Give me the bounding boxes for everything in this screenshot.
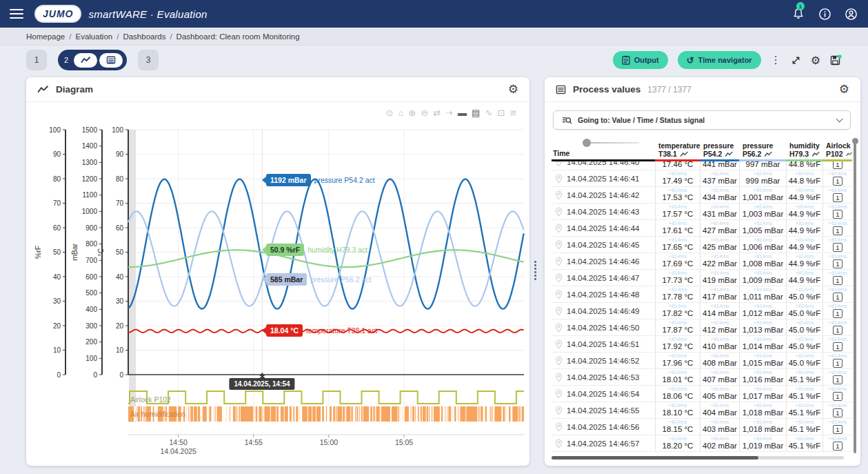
- svg-text:Airlock P102: Airlock P102: [130, 395, 171, 404]
- breadcrumb-separator: /: [69, 32, 71, 41]
- table-row[interactable]: 14.04.2025 14:46:43+814ms17.57 °C+814ms4…: [552, 204, 852, 220]
- zoom-in-icon[interactable]: ⊕: [408, 108, 416, 118]
- chart-canvas[interactable]: 0102030405060708090100%rF010020030040050…: [26, 102, 529, 466]
- select-icon[interactable]: ⇢: [445, 108, 453, 118]
- history-clock-icon: ↺: [687, 55, 694, 66]
- pan-icon[interactable]: ⇄: [433, 108, 441, 118]
- app-title: smartWARE · Evaluation: [88, 8, 207, 20]
- column-header-h79.3[interactable]: humidityH79.3: [786, 141, 822, 161]
- pin-icon: [554, 289, 564, 300]
- table-row[interactable]: 14.04.2025 14:46:52+814ms17.96 °C+814ms4…: [552, 353, 852, 369]
- table-row[interactable]: 14.04.2025 14:46:57+814ms18.20 °C+814ms4…: [552, 435, 852, 452]
- output-button[interactable]: Output: [613, 51, 668, 69]
- chevron-down-icon: [836, 116, 843, 123]
- pin-icon: [554, 372, 564, 383]
- column-header-time[interactable]: Time: [552, 139, 655, 161]
- vertical-scrollbar[interactable]: [854, 139, 856, 453]
- table-row[interactable]: 14.04.2025 14:46:55+814ms18.10 °C+814ms4…: [552, 402, 852, 419]
- svg-text:900: 900: [85, 224, 97, 232]
- svg-text:1300: 1300: [82, 159, 98, 166]
- settings-gear-icon[interactable]: ⚙: [811, 54, 820, 67]
- fullscreen-expand-icon[interactable]: [791, 55, 801, 66]
- table-row[interactable]: 14.04.2025 14:46:40+814ms17.46 °C+814ms4…: [552, 161, 852, 170]
- column-header-t38.1[interactable]: temperatureT38.1: [655, 141, 700, 161]
- table-row[interactable]: 14.04.2025 14:46:47+814ms17.73 °C+814ms4…: [552, 270, 852, 286]
- time-slider[interactable]: [583, 139, 639, 147]
- horizontal-scrollbar[interactable]: [552, 456, 844, 460]
- svg-text:30: 30: [53, 297, 61, 305]
- info-icon[interactable]: [817, 6, 832, 21]
- tab-2-active[interactable]: 2: [58, 50, 127, 70]
- table-row[interactable]: 14.04.2025 14:46:50+814ms17.87 °C+814ms4…: [552, 319, 852, 336]
- table-row[interactable]: 14.04.2025 14:46:41+814ms17.49 °C+814ms4…: [552, 170, 852, 187]
- goto-dropdown[interactable]: Going to: Value / Time / Status signal: [553, 110, 851, 130]
- trend-icon: [764, 151, 773, 157]
- svg-text:14:50: 14:50: [170, 438, 188, 446]
- camera-icon[interactable]: ⊙: [386, 108, 394, 118]
- svg-text:mBar: mBar: [70, 243, 79, 261]
- pin-icon: [554, 322, 564, 333]
- line-mode-icon[interactable]: ∿: [485, 108, 492, 118]
- svg-text:100: 100: [85, 355, 97, 362]
- svg-text:1000: 1000: [82, 208, 98, 215]
- tab-3[interactable]: 3: [138, 50, 159, 70]
- column-header-p102[interactable]: AirlockP102: [822, 141, 852, 161]
- svg-text:40: 40: [116, 273, 124, 281]
- trend-icon: [725, 151, 734, 157]
- chart-toolbar: ⊙⌂⊕⊖⇄⇢▬▤∿⊡≅: [386, 108, 517, 118]
- account-icon[interactable]: [843, 6, 858, 21]
- breadcrumb-item[interactable]: Dashboards: [123, 32, 165, 41]
- layers-icon[interactable]: ▤: [472, 108, 480, 118]
- pin-icon: [554, 422, 564, 433]
- table-row[interactable]: 14.04.2025 14:46:54+814ms18.06 °C+814ms4…: [552, 386, 852, 402]
- time-navigator-button[interactable]: ↺ Time navigator: [678, 51, 761, 69]
- svg-text:700: 700: [85, 257, 97, 264]
- svg-text:1400: 1400: [82, 142, 98, 150]
- table-row[interactable]: 14.04.2025 14:46:56+814ms18.15 °C+814ms4…: [552, 419, 852, 435]
- diagram-view-toggle[interactable]: [74, 53, 97, 68]
- table-row[interactable]: 14.04.2025 14:46:48+814ms17.78 °C+814ms4…: [552, 286, 852, 303]
- pin-icon: [554, 355, 564, 366]
- tab-1[interactable]: 1: [26, 50, 47, 70]
- panel-resize-handle[interactable]: [534, 261, 536, 280]
- diagram-settings-gear-icon[interactable]: ⚙: [508, 82, 518, 97]
- process-values-settings-gear-icon[interactable]: ⚙: [839, 82, 849, 97]
- svg-text:50: 50: [116, 248, 124, 256]
- box-mode-icon[interactable]: ⊡: [497, 108, 505, 118]
- save-dashboard-icon[interactable]: [830, 55, 842, 66]
- column-header-p56.2[interactable]: pressureP56.2: [739, 141, 786, 161]
- column-header-p54.2[interactable]: pressureP54.2: [700, 141, 739, 161]
- notifications-bell-icon[interactable]: 1: [791, 6, 806, 21]
- table-view-toggle[interactable]: [99, 53, 123, 68]
- breadcrumb-separator: /: [170, 32, 172, 41]
- more-options-kebab-icon[interactable]: ⋮: [771, 54, 781, 66]
- erase-icon[interactable]: ▬: [458, 108, 467, 118]
- svg-text:40: 40: [53, 273, 61, 281]
- breadcrumb-separator: /: [117, 32, 119, 41]
- svg-text:200: 200: [85, 338, 97, 346]
- svg-text:50: 50: [53, 248, 61, 256]
- svg-text:1100: 1100: [82, 191, 97, 199]
- breadcrumb-item[interactable]: Homepage: [26, 32, 65, 41]
- table-row[interactable]: 14.04.2025 14:46:53+814ms18.01 °C+814ms4…: [552, 369, 852, 386]
- dashboard-toolbar: 1 2 3 Output ↺ Time navigator ⋮ ⚙: [0, 48, 868, 72]
- home-icon[interactable]: ⌂: [398, 108, 404, 118]
- pin-icon: [554, 306, 564, 317]
- table-row[interactable]: 14.04.2025 14:46:42+814ms17.53 °C+814ms4…: [552, 187, 852, 204]
- line-chart-icon: [37, 85, 49, 94]
- svg-text:0: 0: [119, 371, 123, 379]
- breadcrumb-item[interactable]: Dashboard: Clean room Monitoring: [176, 32, 300, 41]
- pin-icon: [554, 256, 564, 267]
- table-row[interactable]: 14.04.2025 14:46:46+814ms17.69 °C+814ms4…: [552, 253, 852, 270]
- compare-icon[interactable]: ≅: [509, 108, 517, 118]
- svg-text:600: 600: [85, 273, 97, 281]
- hamburger-menu-icon[interactable]: [10, 9, 23, 19]
- table-row[interactable]: 14.04.2025 14:46:45+814ms17.65 °C+814ms4…: [552, 237, 852, 253]
- table-row[interactable]: 14.04.2025 14:46:49+814ms17.82 °C+814ms4…: [552, 303, 852, 319]
- process-values-title: Process values: [573, 84, 640, 95]
- table-row[interactable]: 14.04.2025 14:46:44+814ms17.61 °C+814ms4…: [552, 220, 852, 237]
- table-row[interactable]: 14.04.2025 14:46:51+814ms17.92 °C+814ms4…: [552, 336, 852, 353]
- zoom-out-icon[interactable]: ⊖: [421, 108, 428, 118]
- trend-icon: [811, 151, 820, 157]
- breadcrumb-item[interactable]: Evaluation: [75, 32, 112, 41]
